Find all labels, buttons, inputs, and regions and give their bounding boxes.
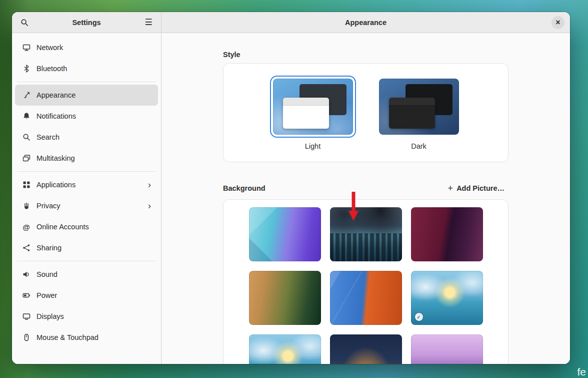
- style-preview-light: [273, 79, 353, 135]
- sidebar-item-multitasking[interactable]: Multitasking: [15, 148, 158, 169]
- search-icon: [20, 18, 29, 27]
- add-picture-button[interactable]: + Add Picture…: [444, 182, 508, 195]
- background-card: ✓: [223, 199, 508, 364]
- sidebar-item-label: Multitasking: [36, 154, 75, 162]
- sidebar-item-label: Search: [36, 133, 60, 141]
- sidebar: Settings ☰ Network Bluetooth: [12, 12, 162, 364]
- preview-front-window: [389, 98, 435, 129]
- style-option-label: Dark: [411, 142, 426, 150]
- search-button[interactable]: [17, 15, 32, 30]
- sidebar-separator: [17, 82, 156, 82]
- chevron-right-icon: ›: [148, 180, 151, 190]
- sidebar-item-label: Mouse & Touchpad: [36, 333, 98, 341]
- sidebar-separator: [17, 261, 156, 261]
- sidebar-item-label: Displays: [36, 312, 64, 320]
- sidebar-title: Settings: [35, 19, 138, 27]
- sidebar-headerbar: Settings ☰: [12, 12, 161, 33]
- applications-grid-icon: [22, 181, 30, 189]
- mouse-icon: [22, 333, 30, 342]
- at-icon: @: [22, 223, 30, 231]
- preview-front-window: [283, 98, 329, 129]
- multitasking-icon: [22, 154, 30, 163]
- sidebar-item-label: Sound: [36, 270, 58, 278]
- share-icon: [22, 244, 30, 252]
- wallpaper-thumb-blue-orange-split[interactable]: [330, 271, 402, 325]
- appearance-icon: [22, 91, 30, 100]
- style-option-light[interactable]: Light: [270, 76, 356, 150]
- privacy-hand-icon: [22, 202, 30, 210]
- sidebar-item-mouse-touchpad[interactable]: Mouse & Touchpad: [15, 327, 158, 348]
- content-pane: Appearance × Style Light: [162, 12, 570, 364]
- sidebar-item-label: Sharing: [36, 244, 62, 252]
- sidebar-item-search[interactable]: Search: [15, 127, 158, 148]
- sidebar-item-displays[interactable]: Displays: [15, 306, 158, 327]
- settings-window: Settings ☰ Network Bluetooth: [12, 12, 570, 364]
- sidebar-item-label: Power: [36, 291, 57, 299]
- style-preview-dark-ring: [376, 76, 462, 138]
- sidebar-item-label: Applications: [36, 181, 76, 189]
- style-preview-light-selected-ring: [270, 76, 356, 138]
- background-section-header: Background + Add Picture…: [223, 182, 508, 195]
- wallpaper-thumb-purple-dusk[interactable]: [411, 334, 483, 364]
- sidebar-item-bluetooth[interactable]: Bluetooth: [15, 58, 158, 79]
- wallpaper-thumb-night-orange-horizon[interactable]: [330, 334, 402, 364]
- display-icon: [22, 312, 30, 321]
- style-option-dark[interactable]: Dark: [376, 76, 462, 150]
- plus-icon: +: [448, 184, 454, 193]
- bell-icon: [22, 112, 30, 121]
- chevron-right-icon: ›: [148, 201, 151, 211]
- sidebar-item-label: Privacy: [36, 202, 60, 210]
- sidebar-item-sound[interactable]: Sound: [15, 264, 158, 285]
- sidebar-item-label: Network: [36, 44, 63, 52]
- sidebar-item-label: Appearance: [36, 91, 76, 99]
- wallpaper-thumb-city-skyline[interactable]: [330, 207, 402, 261]
- sidebar-item-sharing[interactable]: Sharing: [15, 237, 158, 258]
- sidebar-item-power[interactable]: Power: [15, 285, 158, 306]
- search-icon: [22, 133, 30, 142]
- sidebar-separator: [17, 171, 156, 172]
- wallpaper-thumb-amber-green[interactable]: [249, 271, 321, 325]
- network-icon: [22, 44, 30, 52]
- wallpaper-thumb-geometric-teal-purple[interactable]: [249, 207, 321, 261]
- wallpaper-thumb-island-sunrise-2[interactable]: [249, 334, 321, 364]
- sidebar-item-network[interactable]: Network: [15, 37, 158, 58]
- hamburger-menu-icon: ☰: [144, 18, 152, 27]
- desktop-watermark: fe: [577, 366, 586, 378]
- wallpaper-grid: ✓: [224, 200, 508, 364]
- style-section-label: Style: [223, 51, 508, 59]
- selected-check-icon: ✓: [415, 313, 423, 321]
- style-preview-dark: [379, 79, 459, 135]
- speaker-icon: [22, 270, 30, 279]
- close-window-button[interactable]: ×: [552, 16, 564, 29]
- sidebar-item-label: Online Accounts: [36, 223, 89, 231]
- background-section-label: Background: [223, 184, 266, 192]
- style-option-label: Light: [305, 142, 320, 150]
- appearance-page: Style Light: [162, 33, 570, 364]
- bluetooth-icon: [22, 65, 30, 73]
- style-card: Light Dark: [223, 63, 508, 162]
- sidebar-item-appearance[interactable]: Appearance: [15, 85, 158, 106]
- battery-icon: [22, 291, 30, 300]
- sidebar-item-applications[interactable]: Applications ›: [15, 174, 158, 195]
- page-title: Appearance: [345, 19, 386, 27]
- desktop: { "desktop": { "watermark": "fe" }, "ico…: [0, 0, 588, 378]
- wallpaper-thumb-dark-maroon-purple[interactable]: [411, 207, 483, 261]
- sidebar-item-label: Notifications: [36, 112, 76, 120]
- sidebar-item-privacy[interactable]: Privacy ›: [15, 195, 158, 216]
- close-icon: ×: [556, 19, 560, 27]
- add-picture-label: Add Picture…: [456, 184, 504, 192]
- main-menu-button[interactable]: ☰: [141, 15, 156, 30]
- content-headerbar: Appearance ×: [162, 12, 570, 33]
- sidebar-list: Network Bluetooth Appearance Notific: [12, 33, 161, 350]
- sidebar-item-online-accounts[interactable]: @ Online Accounts: [15, 216, 158, 237]
- sidebar-item-label: Bluetooth: [36, 65, 67, 73]
- sidebar-item-notifications[interactable]: Notifications: [15, 106, 158, 127]
- wallpaper-thumb-island-sunrise-selected[interactable]: ✓: [411, 271, 483, 325]
